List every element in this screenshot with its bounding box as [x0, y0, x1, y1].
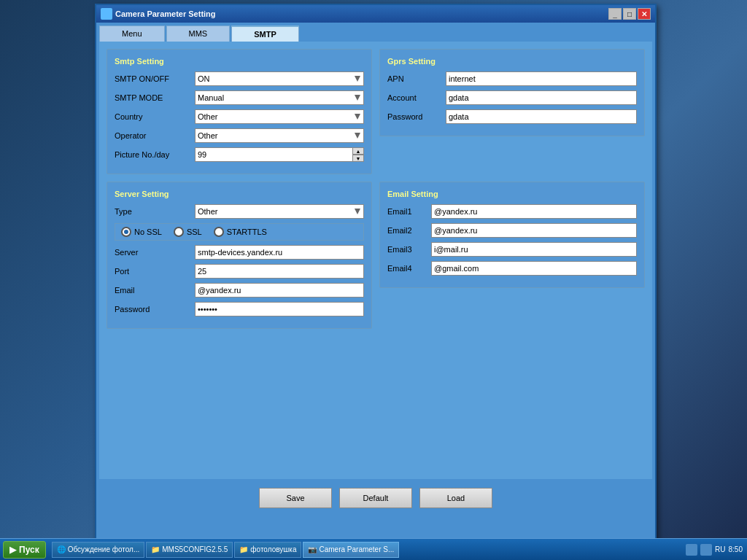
- radio-no-ssl[interactable]: No SSL: [121, 227, 162, 237]
- smtp-on-off-label: SMTP ON/OFF: [115, 74, 195, 83]
- smtp-on-off-select[interactable]: ON OFF: [195, 71, 364, 86]
- server-password-row: Password: [115, 302, 364, 316]
- load-button[interactable]: Load: [419, 488, 492, 508]
- server-setting-section: Server Setting Type Other No SSL: [107, 182, 372, 336]
- smtp-on-off-row: SMTP ON/OFF ON OFF: [115, 71, 364, 86]
- smtp-mode-label: SMTP MODE: [115, 93, 195, 102]
- taskbar-item-1-icon: 🌐: [57, 545, 66, 553]
- server-port-row: Port: [115, 264, 364, 279]
- radio-ssl[interactable]: SSL: [174, 227, 202, 237]
- gprs-account-label: Account: [387, 93, 446, 102]
- email1-input[interactable]: [431, 204, 637, 219]
- email4-label: Email4: [387, 264, 431, 273]
- smtp-picture-label: Picture No./day: [115, 150, 195, 159]
- email-title: Email Setting: [387, 190, 637, 198]
- minimize-button[interactable]: _: [608, 8, 622, 20]
- spinner-up[interactable]: ▲: [352, 147, 364, 155]
- email1-label: Email1: [387, 207, 431, 216]
- close-button[interactable]: ✕: [638, 8, 651, 20]
- server-port-input[interactable]: [195, 264, 364, 279]
- smtp-title: Smtp Setting: [115, 57, 364, 66]
- taskbar-item-4[interactable]: 📷 Camera Parameter S...: [303, 542, 399, 558]
- radio-ssl-label: SSL: [187, 228, 202, 236]
- gprs-password-input[interactable]: [446, 109, 637, 124]
- server-box: Server Setting Type Other No SSL: [107, 182, 372, 329]
- smtp-country-row: Country Other: [115, 109, 364, 124]
- server-server-input[interactable]: [195, 245, 364, 260]
- gprs-password-label: Password: [387, 112, 446, 121]
- desktop: Camera Parameter Setting _ □ ✕ Menu MMS …: [0, 0, 747, 560]
- tray-icon-1: [686, 544, 697, 556]
- radio-no-ssl-dot[interactable]: [121, 227, 131, 237]
- email3-row: Email3: [387, 242, 637, 257]
- email2-label: Email2: [387, 226, 431, 235]
- server-email-label: Email: [115, 286, 195, 295]
- gprs-setting-section: Gprs Setting APN Account Password: [379, 49, 645, 182]
- tab-smtp[interactable]: SMTP: [231, 26, 299, 42]
- taskbar-item-3[interactable]: 📁 фотоловушка: [234, 542, 301, 558]
- start-button[interactable]: ▶ Пуск: [3, 541, 46, 559]
- taskbar-item-2[interactable]: 📁 MMS5CONFIG2.5.5: [146, 542, 233, 558]
- email-box: Email Setting Email1 Email2 Email3: [379, 182, 645, 288]
- gprs-title: Gprs Setting: [387, 57, 637, 66]
- spinner-down[interactable]: ▼: [352, 155, 364, 162]
- email4-row: Email4: [387, 261, 637, 276]
- server-server-row: Server: [115, 245, 364, 260]
- taskbar-item-2-icon: 📁: [151, 545, 160, 553]
- taskbar-item-3-icon: 📁: [239, 545, 248, 553]
- gprs-apn-input[interactable]: [446, 71, 637, 86]
- maximize-button[interactable]: □: [623, 8, 636, 20]
- taskbar-item-3-label: фотоловушка: [250, 545, 296, 553]
- server-port-label: Port: [115, 267, 195, 276]
- radio-ssl-dot[interactable]: [174, 227, 184, 237]
- bottom-section: Server Setting Type Other No SSL: [107, 182, 645, 336]
- window-title: Camera Parameter Setting: [115, 9, 605, 18]
- start-label: Пуск: [19, 545, 39, 555]
- smtp-country-select[interactable]: Other: [195, 109, 364, 124]
- smtp-operator-select[interactable]: Other: [195, 128, 364, 143]
- default-button[interactable]: Default: [339, 488, 412, 508]
- server-password-label: Password: [115, 305, 195, 314]
- taskbar-item-4-label: Camera Parameter S...: [319, 545, 394, 553]
- tab-menu[interactable]: Menu: [99, 26, 165, 42]
- smtp-mode-select[interactable]: Manual Auto: [195, 90, 364, 105]
- smtp-picture-row: Picture No./day ▲ ▼: [115, 147, 364, 162]
- server-password-input[interactable]: [195, 302, 364, 316]
- email3-input[interactable]: [431, 242, 637, 257]
- radio-starttls-dot[interactable]: [214, 227, 224, 237]
- radio-starttls-label: STARTTLS: [227, 228, 267, 236]
- email3-label: Email3: [387, 245, 431, 254]
- gprs-account-row: Account: [387, 90, 637, 105]
- radio-starttls[interactable]: STARTTLS: [214, 227, 267, 237]
- gprs-apn-row: APN: [387, 71, 637, 86]
- server-type-label: Type: [115, 207, 195, 216]
- tray-icon-2: [700, 544, 712, 556]
- server-server-label: Server: [115, 248, 195, 257]
- server-email-input[interactable]: [195, 283, 364, 298]
- gprs-account-input[interactable]: [446, 90, 637, 105]
- top-section: Smtp Setting SMTP ON/OFF ON OFF SMTP MOD…: [107, 49, 645, 182]
- server-type-row: Type Other: [115, 204, 364, 219]
- smtp-setting-section: Smtp Setting SMTP ON/OFF ON OFF SMTP MOD…: [107, 49, 372, 182]
- tab-bar: Menu MMS SMTP: [96, 23, 655, 42]
- radio-no-ssl-label: No SSL: [134, 228, 162, 236]
- server-type-select[interactable]: Other: [195, 204, 364, 219]
- email1-row: Email1: [387, 204, 637, 219]
- taskbar-item-4-icon: 📷: [308, 545, 317, 553]
- content-area: Smtp Setting SMTP ON/OFF ON OFF SMTP MOD…: [99, 42, 652, 479]
- server-email-row: Email: [115, 283, 364, 298]
- save-button[interactable]: Save: [259, 488, 332, 508]
- tab-mms[interactable]: MMS: [166, 26, 231, 42]
- smtp-mode-row: SMTP MODE Manual Auto: [115, 90, 364, 105]
- titlebar: Camera Parameter Setting _ □ ✕: [96, 5, 655, 23]
- email4-input[interactable]: [431, 261, 637, 276]
- taskbar-item-1[interactable]: 🌐 Обсуждение фотол...: [52, 542, 145, 558]
- camera-parameter-window: Camera Parameter Setting _ □ ✕ Menu MMS …: [95, 4, 657, 543]
- picture-input[interactable]: [195, 147, 353, 162]
- clock: 8:50: [729, 545, 743, 553]
- taskbar-right: RU 8:50: [681, 544, 747, 556]
- taskbar: ▶ Пуск 🌐 Обсуждение фотол... 📁 MMS5CONFI…: [0, 538, 747, 560]
- bottom-buttons: Save Default Load: [96, 482, 655, 514]
- ssl-radio-group: No SSL SSL STARTTLS: [115, 223, 364, 241]
- email2-input[interactable]: [431, 223, 637, 238]
